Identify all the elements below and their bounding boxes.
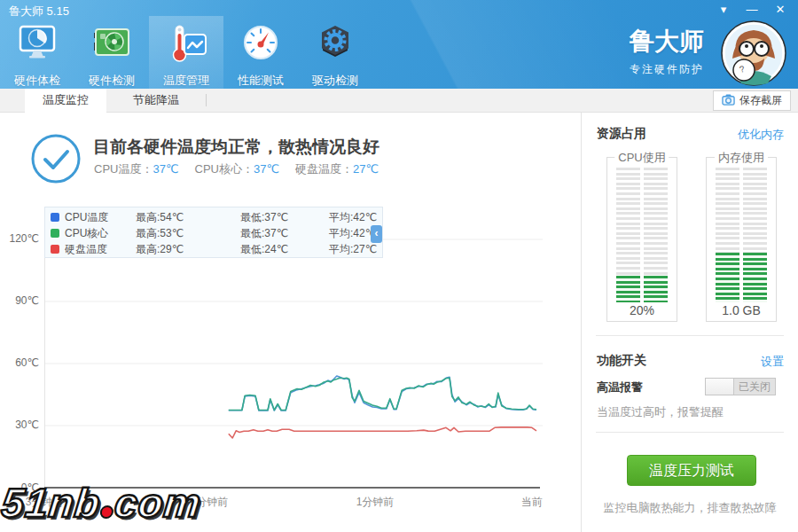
pc-check-icon bbox=[16, 16, 59, 67]
stress-test-description: 监控电脑散热能力，排查散热故障 bbox=[582, 500, 798, 516]
y-axis-tick: 30℃ bbox=[2, 419, 39, 431]
toggle-state-label: 已关闭 bbox=[734, 379, 775, 395]
alarm-description: 当温度过高时，报警提醒 bbox=[597, 404, 724, 420]
disk-temp-swatch bbox=[51, 245, 59, 254]
cpu-temp-swatch bbox=[51, 213, 59, 222]
nav-label: 温度管理 bbox=[163, 73, 209, 89]
section-divider bbox=[596, 432, 784, 433]
memory-usage-gauge: 内存使用 1.0 GB bbox=[706, 157, 777, 322]
toggle-knob bbox=[706, 379, 734, 395]
tab-temperature-monitor[interactable]: 温度监控 bbox=[25, 89, 106, 113]
metric-cpu-core: CPU核心：37℃ bbox=[195, 161, 280, 177]
cpu-core-swatch bbox=[51, 229, 59, 238]
metric-cpu-temp: CPU温度：37℃ bbox=[94, 161, 179, 177]
chart-legend: CPU温度 最高:54℃最低:37℃平均:42℃ CPU核心 最高:53℃最低:… bbox=[44, 207, 383, 258]
brand-title: 鲁大师 bbox=[630, 25, 704, 59]
x-axis-tick: 当前 bbox=[486, 495, 543, 510]
high-temp-alarm-label: 高温报警 bbox=[597, 379, 643, 395]
cpu-usage-gauge: CPU使用 20% bbox=[606, 157, 677, 322]
minimize-icon[interactable]: — bbox=[745, 2, 759, 18]
main-content: 目前各硬件温度均正常，散热情况良好 CPU温度：37℃ CPU核心：37℃ 硬盘… bbox=[0, 112, 581, 532]
close-icon[interactable]: ✕ bbox=[773, 2, 787, 18]
status-ok-icon bbox=[30, 133, 82, 184]
menu-arrow-icon[interactable]: ▾ bbox=[716, 2, 731, 18]
mascot-avatar: ? bbox=[720, 20, 787, 87]
save-screenshot-button[interactable]: 保存截屏 bbox=[713, 90, 791, 111]
memory-usage-title: 内存使用 bbox=[715, 150, 768, 166]
right-sidebar: 资源占用 优化内存 CPU使用 20% 内存使用 1.0 GB 功能开关 设置 … bbox=[582, 112, 798, 532]
section-divider bbox=[596, 335, 784, 336]
nav-item-benchmark[interactable]: 性能测试 bbox=[223, 16, 298, 89]
main-toolbar: 硬件体检 硬件检测 bbox=[0, 16, 372, 89]
nav-label: 硬件体检 bbox=[14, 73, 60, 89]
nav-item-hardware-test[interactable]: 硬件检测 bbox=[74, 16, 149, 89]
status-title: 目前各硬件温度均正常，散热情况良好 bbox=[93, 136, 379, 159]
high-temp-alarm-toggle[interactable]: 已关闭 bbox=[705, 378, 776, 395]
nav-item-hardware-checkup[interactable]: 硬件体检 bbox=[0, 16, 74, 89]
tab-bar: 温度监控 节能降温 保存截屏 bbox=[0, 89, 798, 113]
legend-collapse-button[interactable]: ‹ bbox=[371, 225, 382, 243]
tab-divider bbox=[206, 94, 207, 106]
legend-row-disk-temp: 硬盘温度 最高:29℃最低:24℃平均:27℃ bbox=[51, 241, 382, 257]
metric-disk-temp: 硬盘温度：27℃ bbox=[295, 161, 379, 177]
nav-label: 硬件检测 bbox=[89, 73, 135, 89]
cpu-usage-title: CPU使用 bbox=[614, 150, 669, 166]
watermark-dot bbox=[102, 507, 113, 517]
title-bar: 鲁大师 5.15 ▾ — ✕ 硬件体检 bbox=[0, 0, 798, 89]
optimize-memory-link[interactable]: 优化内存 bbox=[738, 127, 784, 143]
tab-energy-saving[interactable]: 节能降温 bbox=[106, 89, 206, 113]
window-controls: ▾ — ✕ bbox=[716, 2, 787, 18]
memory-usage-value: 1.0 GB bbox=[707, 303, 776, 317]
legend-row-cpu-core: CPU核心 最高:53℃最低:37℃平均:42℃ bbox=[51, 225, 382, 241]
y-axis-tick: 120℃ bbox=[2, 232, 39, 245]
speedometer-icon bbox=[239, 16, 282, 67]
gpu-icon bbox=[90, 16, 133, 67]
x-axis-tick: 1分钟前 bbox=[347, 495, 403, 510]
legend-row-cpu-temp: CPU温度 最高:54℃最低:37℃平均:42℃ bbox=[51, 209, 382, 225]
nav-label: 性能测试 bbox=[238, 73, 284, 89]
thermometer-icon bbox=[165, 16, 207, 67]
status-metrics: CPU温度：37℃ CPU核心：37℃ 硬盘温度：27℃ bbox=[94, 161, 379, 177]
settings-link[interactable]: 设置 bbox=[761, 354, 784, 370]
camera-icon bbox=[722, 93, 735, 109]
luday-master-window: 鲁大师 5.15 ▾ — ✕ 硬件体检 bbox=[0, 0, 798, 532]
cpu-usage-value: 20% bbox=[607, 303, 677, 317]
resource-section-title: 资源占用 bbox=[597, 126, 646, 142]
y-axis-tick: 90℃ bbox=[2, 294, 39, 307]
driver-gear-icon bbox=[314, 16, 356, 67]
save-screenshot-label: 保存截屏 bbox=[739, 93, 782, 108]
y-axis-tick: 60℃ bbox=[2, 356, 39, 369]
nav-item-drivers[interactable]: 驱动检测 bbox=[298, 16, 372, 89]
switches-section-title: 功能开关 bbox=[597, 353, 646, 369]
nav-item-temperature[interactable]: 温度管理 bbox=[149, 16, 223, 89]
watermark: 51nbcom bbox=[0, 479, 204, 527]
temperature-stress-test-button[interactable]: 温度压力测试 bbox=[627, 455, 756, 486]
brand-logo: 鲁大师 专注硬件防护 bbox=[630, 25, 704, 77]
brand-subtitle: 专注硬件防护 bbox=[630, 62, 704, 77]
nav-label: 驱动检测 bbox=[312, 73, 358, 89]
